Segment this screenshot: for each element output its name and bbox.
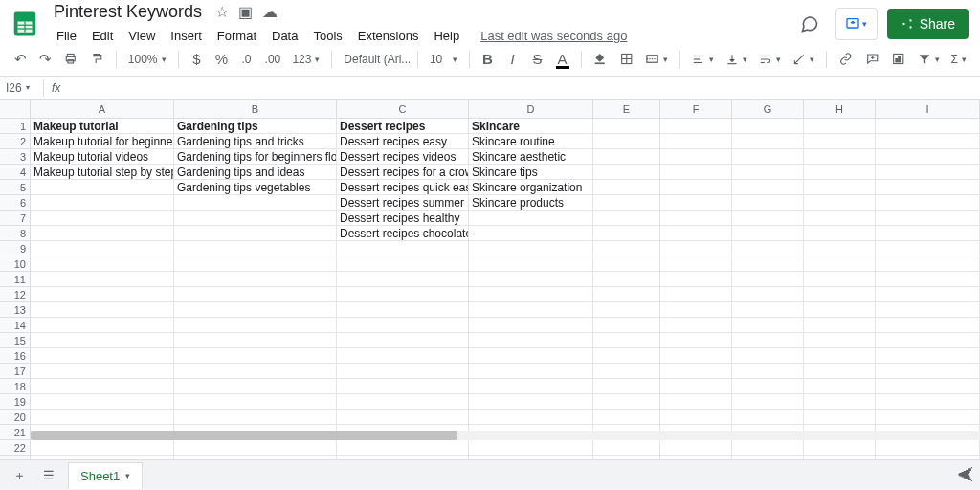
cell-C16[interactable] <box>337 348 469 364</box>
cell-D2[interactable]: Skincare routine <box>469 134 593 149</box>
cell-I11[interactable] <box>876 272 980 287</box>
row-header-6[interactable]: 6 <box>0 195 31 211</box>
cell-F14[interactable] <box>660 318 732 333</box>
cell-E9[interactable] <box>593 241 660 256</box>
undo-icon[interactable]: ↶ <box>10 48 31 71</box>
cell-C5[interactable]: Dessert recipes quick easy <box>337 180 469 195</box>
cell-H6[interactable] <box>804 195 876 211</box>
cell-G3[interactable] <box>732 149 804 165</box>
cell-A11[interactable] <box>31 272 174 287</box>
cell-A13[interactable] <box>31 302 174 318</box>
row-header-18[interactable]: 18 <box>0 379 31 394</box>
col-header-G[interactable]: G <box>732 100 804 119</box>
cell-F11[interactable] <box>660 272 732 287</box>
cell-G10[interactable] <box>732 256 804 272</box>
cell-G22[interactable] <box>732 440 804 456</box>
row-header-19[interactable]: 19 <box>0 394 31 410</box>
cell-G7[interactable] <box>732 211 804 226</box>
row-header-4[interactable]: 4 <box>0 165 31 180</box>
cell-B2[interactable]: Gardening tips and tricks <box>174 134 337 149</box>
cell-F16[interactable] <box>660 348 732 364</box>
cell-I9[interactable] <box>876 241 980 256</box>
cell-F12[interactable] <box>660 287 732 302</box>
cell-E13[interactable] <box>593 302 660 318</box>
cell-D17[interactable] <box>469 364 593 379</box>
cell-G2[interactable] <box>732 134 804 149</box>
fill-color-icon[interactable] <box>589 48 611 71</box>
borders-icon[interactable] <box>615 48 637 71</box>
cell-E11[interactable] <box>593 272 660 287</box>
last-edit[interactable]: Last edit was seconds ago <box>474 25 634 47</box>
print-icon[interactable] <box>59 48 81 71</box>
cell-C22[interactable] <box>337 440 469 456</box>
cell-F7[interactable] <box>660 211 732 226</box>
cell-D14[interactable] <box>469 318 593 333</box>
cell-B18[interactable] <box>174 379 337 394</box>
cell-C7[interactable]: Dessert recipes healthy <box>337 211 469 226</box>
cell-B12[interactable] <box>174 287 337 302</box>
col-header-A[interactable]: A <box>31 100 174 119</box>
cell-H12[interactable] <box>804 287 876 302</box>
cell-E12[interactable] <box>593 287 660 302</box>
cell-B4[interactable]: Gardening tips and ideas <box>174 165 337 180</box>
cell-E16[interactable] <box>593 348 660 364</box>
cell-A4[interactable]: Makeup tutorial step by step <box>31 165 174 180</box>
cell-C17[interactable] <box>337 364 469 379</box>
select-all-corner[interactable] <box>0 100 31 119</box>
cell-C18[interactable] <box>337 379 469 394</box>
cell-H2[interactable] <box>804 134 876 149</box>
cell-E14[interactable] <box>593 318 660 333</box>
cell-B16[interactable] <box>174 348 337 364</box>
cell-D20[interactable] <box>469 410 593 425</box>
bold-icon[interactable]: B <box>478 48 499 71</box>
name-box[interactable]: I26▾ <box>0 79 44 97</box>
cell-F9[interactable] <box>660 241 732 256</box>
cell-H20[interactable] <box>804 410 876 425</box>
cell-G4[interactable] <box>732 165 804 180</box>
cell-A17[interactable] <box>31 364 174 379</box>
col-header-B[interactable]: B <box>174 100 337 119</box>
cell-H14[interactable] <box>804 318 876 333</box>
cell-C4[interactable]: Dessert recipes for a crowd <box>337 165 469 180</box>
cell-H9[interactable] <box>804 241 876 256</box>
decrease-decimal-icon[interactable]: .0 <box>235 48 256 71</box>
cell-C13[interactable] <box>337 302 469 318</box>
cell-H15[interactable] <box>804 333 876 348</box>
cell-A15[interactable] <box>31 333 174 348</box>
cell-D12[interactable] <box>469 287 593 302</box>
row-header-10[interactable]: 10 <box>0 256 31 272</box>
cell-I4[interactable] <box>876 165 980 180</box>
cell-A5[interactable] <box>31 180 174 195</box>
cell-B1[interactable]: Gardening tips <box>174 119 337 134</box>
cell-E2[interactable] <box>593 134 660 149</box>
cell-B9[interactable] <box>174 241 337 256</box>
cell-E7[interactable] <box>593 211 660 226</box>
v-align-select[interactable]: ▾ <box>722 51 751 68</box>
cell-H22[interactable] <box>804 440 876 456</box>
cell-I3[interactable] <box>876 149 980 165</box>
menu-tools[interactable]: Tools <box>306 25 348 47</box>
cell-A7[interactable] <box>31 211 174 226</box>
cell-B17[interactable] <box>174 364 337 379</box>
cell-C6[interactable]: Dessert recipes summer <box>337 195 469 211</box>
star-icon[interactable]: ☆ <box>215 3 229 21</box>
cell-D7[interactable] <box>469 211 593 226</box>
present-button[interactable]: ▾ <box>835 8 878 40</box>
cell-G1[interactable] <box>732 119 804 134</box>
increase-decimal-icon[interactable]: .00 <box>260 48 284 71</box>
cell-F4[interactable] <box>660 165 732 180</box>
cell-D9[interactable] <box>469 241 593 256</box>
cell-I10[interactable] <box>876 256 980 272</box>
col-header-F[interactable]: F <box>660 100 732 119</box>
cell-G8[interactable] <box>732 226 804 241</box>
cell-I22[interactable] <box>876 440 980 456</box>
cell-B15[interactable] <box>174 333 337 348</box>
cell-F3[interactable] <box>660 149 732 165</box>
cell-E19[interactable] <box>593 394 660 410</box>
cell-A22[interactable] <box>31 440 174 456</box>
cell-C19[interactable] <box>337 394 469 410</box>
more-formats-select[interactable]: 123▾ <box>288 51 323 68</box>
cell-G15[interactable] <box>732 333 804 348</box>
cell-C12[interactable] <box>337 287 469 302</box>
cell-B20[interactable] <box>174 410 337 425</box>
